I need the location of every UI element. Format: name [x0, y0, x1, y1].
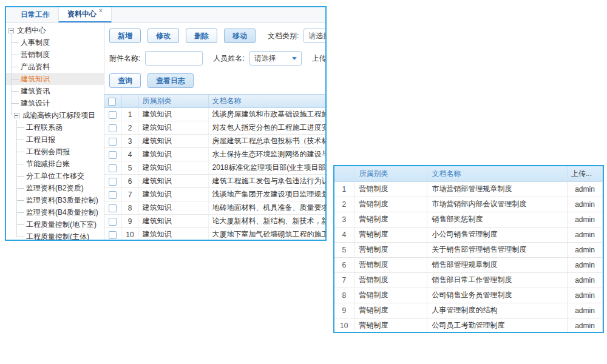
row-checkbox[interactable] [109, 231, 117, 239]
row-category: 营销制度 [354, 242, 427, 257]
close-tab-icon[interactable]: × [99, 7, 103, 14]
tree-connector-line [16, 120, 17, 237]
select-all-checkbox[interactable] [108, 98, 116, 106]
row-checkbox[interactable] [109, 111, 117, 119]
doc-category-value: 请选择 [308, 31, 325, 41]
main-pane: 新增 修改 删除 移动 文档类别: 请选择 文档名称: 附件名称: 人员姓名: … [104, 23, 325, 240]
row-checkbox[interactable] [109, 164, 117, 172]
toolbar: 新增 修改 删除 移动 文档类别: 请选择 文档名称: [109, 29, 325, 43]
tree-item-17[interactable]: 工程质量控制(主体) [6, 231, 104, 240]
tree-item-11[interactable]: 节能减排台账 [6, 158, 104, 170]
tree-item-label: 工程日报 [26, 135, 55, 145]
person-name-select[interactable]: 请选择 [249, 51, 302, 66]
tab-bar: 日常工作 资料中心 × [6, 7, 325, 23]
table-row[interactable]: 1 建筑知识 浅谈房屋建筑和市政基础设施工程施工... [104, 108, 325, 121]
table-row[interactable]: 4 营销制度 小公司销售管理制度 admin [334, 227, 603, 242]
view-log-button[interactable]: 查看日志 [148, 73, 194, 88]
category-tree: 文档中心 人事制度 营销制度 产品资料 建筑知识 建筑资讯 建筑设计 成渝高铁内… [6, 23, 104, 240]
table-row[interactable]: 3 建筑知识 房屋建筑工程总承包投标书（技术标）... [104, 135, 325, 148]
row-doc-name: 小公司销售管理制度 [427, 227, 568, 242]
upload-date-label-clipped: 上传日期: [312, 53, 325, 64]
table-row[interactable]: 9 营销制度 人事管理制度的结构 admin [334, 303, 603, 318]
tree-item-9[interactable]: 工程日报 [6, 133, 104, 146]
tree-item-7[interactable]: 成渝高铁内江标段项目 [6, 109, 104, 121]
row-checkbox[interactable] [109, 138, 117, 146]
tree-item-12[interactable]: 分工单位工作移交 [6, 170, 104, 182]
tree-item-8[interactable]: 工程联系函 [6, 121, 104, 133]
tree-item-label: 节能减排台账 [26, 159, 70, 169]
row-doc-name: 人事管理制度的结构 [427, 303, 568, 318]
tree-item-13[interactable]: 监理资料(B2资质) [6, 182, 104, 194]
row-category: 营销制度 [354, 181, 427, 197]
tree-item-label: 工程联系函 [26, 123, 63, 133]
row-uploader: admin [568, 242, 603, 257]
move-button[interactable]: 移动 [224, 29, 256, 43]
tree-item-label: 建筑资讯 [21, 86, 50, 96]
table-row[interactable]: 7 建筑知识 浅谈地产集团开发建设项目监理规划编... [104, 188, 325, 201]
table-header-row: 所属别类 文档名称 [104, 95, 325, 108]
row-doc-name: 销售部日常工作管理制度 [427, 272, 568, 288]
tab-daily-work[interactable]: 日常工作 [12, 7, 58, 22]
table-header-row: 所属别类 文档名称 上传... [334, 166, 603, 181]
add-button[interactable]: 新增 [109, 29, 141, 43]
row-category: 建筑知识 [138, 135, 208, 148]
row-category: 营销制度 [354, 257, 427, 272]
table-row[interactable]: 8 建筑知识 地砖地面材料、机具准备、质量要求及... [104, 201, 325, 215]
tree-item-3[interactable]: 产品资料 [6, 61, 104, 73]
checkbox-cell [104, 215, 121, 228]
collapse-icon[interactable] [14, 113, 19, 118]
header-doc-name: 文档名称 [427, 166, 568, 181]
table-row[interactable]: 10 建筑知识 大厦地下室加气砼墙砌筑工程的施工方... [104, 228, 325, 240]
checkbox-cell [104, 161, 121, 175]
row-checkbox[interactable] [109, 204, 117, 212]
marketing-doc-table: 所属别类 文档名称 上传... 1 营销制度 市场营销部管理规章制度 admin… [334, 166, 603, 333]
doc-category-label: 文档类别: [268, 31, 299, 41]
table-row[interactable]: 8 营销制度 公司销售业务员管理制度 admin [334, 288, 603, 303]
tree-item-6[interactable]: 建筑设计 [6, 97, 104, 109]
row-checkbox[interactable] [109, 124, 117, 132]
table-row[interactable]: 3 营销制度 销售部奖惩制度 admin [334, 212, 603, 227]
row-checkbox[interactable] [109, 151, 117, 159]
tree-item-16[interactable]: 工程质量控制(地下室) [6, 218, 104, 231]
row-doc-name: 论大厦新材料、新结构、新技术，新工... [208, 215, 325, 228]
table-row[interactable]: 6 建筑知识 建筑工程施工发包与承包违法行为认定... [104, 175, 325, 188]
row-doc-name: 公司销售业务员管理制度 [427, 288, 568, 303]
row-doc-name: 房屋建筑工程总承包投标书（技术标）... [208, 135, 325, 148]
row-checkbox[interactable] [109, 191, 117, 199]
row-doc-name: 大厦地下室加气砼墙砌筑工程的施工方... [208, 228, 325, 240]
tree-item-label: 监理资料(B3质量控制) [26, 195, 98, 206]
collapse-icon[interactable] [8, 28, 14, 33]
table-row[interactable]: 2 营销制度 市场营销部内部会议管理制度 admin [334, 197, 603, 212]
table-row[interactable]: 7 营销制度 销售部日常工作管理制度 admin [334, 272, 603, 288]
header-category: 所属别类 [354, 166, 427, 181]
query-button[interactable]: 查询 [109, 73, 141, 88]
edit-button[interactable]: 修改 [148, 29, 179, 43]
doc-category-select[interactable]: 请选择 [304, 29, 325, 43]
tree-item-label: 监理资料(B4质量控制) [26, 207, 98, 218]
tree-item-5[interactable]: 建筑资讯 [6, 85, 104, 97]
table-row[interactable]: 9 建筑知识 论大厦新材料、新结构、新技术，新工... [104, 215, 325, 228]
row-number: 10 [121, 228, 138, 240]
tree-item-15[interactable]: 监理资料(B4质量控制) [6, 206, 104, 218]
tree-item-14[interactable]: 监理资料(B3质量控制) [6, 194, 104, 206]
row-checkbox[interactable] [109, 178, 117, 186]
tree-item-10[interactable]: 工程例会周报 [6, 146, 104, 158]
tree-item-4[interactable]: 建筑知识 [6, 73, 104, 85]
table-row[interactable]: 6 营销制度 销售部管理规章制度 admin [334, 257, 603, 272]
row-checkbox[interactable] [109, 218, 117, 226]
table-row[interactable]: 10 营销制度 公司员工考勤管理制度 admin [334, 318, 603, 333]
tree-item-1[interactable]: 人事制度 [6, 36, 104, 49]
row-category: 营销制度 [354, 288, 427, 303]
checkbox-cell [104, 108, 121, 121]
attachment-name-input[interactable] [145, 51, 203, 66]
table-row[interactable]: 5 建筑知识 2018标准化监理项目部(业主项目部)人员... [104, 161, 325, 175]
table-row[interactable]: 4 建筑知识 水土保持生态环境监测网络的建设与资... [104, 148, 325, 161]
delete-button[interactable]: 删除 [186, 29, 217, 43]
tab-data-center[interactable]: 资料中心 × [58, 7, 112, 22]
table-row[interactable]: 2 建筑知识 对发包人指定分包的工程施工进度安排... [104, 121, 325, 135]
tree-item-0[interactable]: 文档中心 [6, 24, 104, 36]
header-category: 所属别类 [138, 95, 208, 108]
tree-item-2[interactable]: 营销制度 [6, 49, 104, 61]
table-row[interactable]: 5 营销制度 关于销售部管理销售管理制度 admin [334, 242, 603, 257]
table-row[interactable]: 1 营销制度 市场营销部管理规章制度 admin [334, 181, 603, 197]
